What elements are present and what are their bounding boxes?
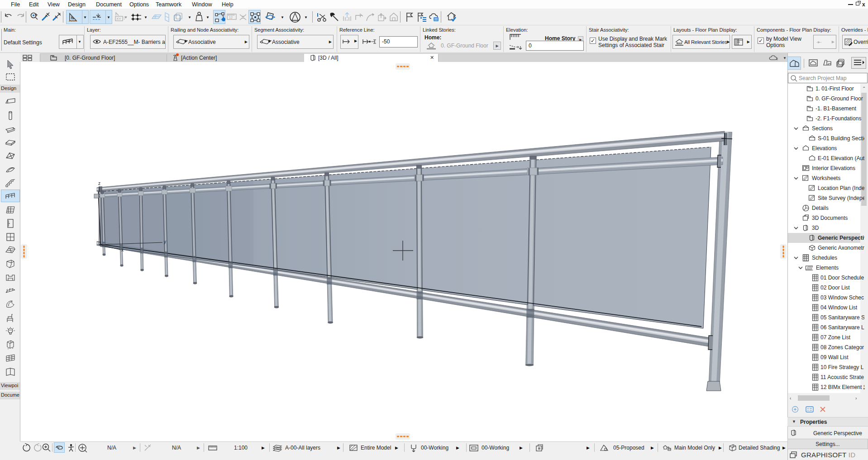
svg-text:12: 12 [229, 16, 233, 19]
svg-text:XY: XY [116, 17, 121, 21]
svg-text:x: x [121, 247, 124, 252]
svg-text:z: z [98, 181, 100, 186]
svg-text:y: y [164, 239, 166, 244]
